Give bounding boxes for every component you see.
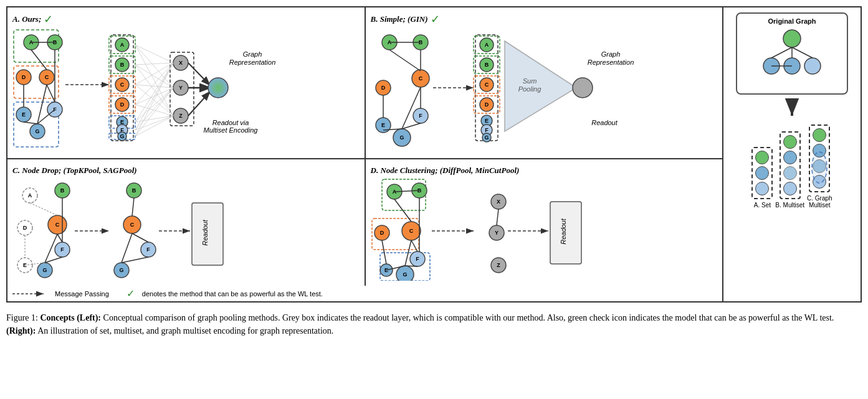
svg-text:Readout via: Readout via bbox=[212, 119, 249, 126]
caption-left-text: Conceptual comparison of graph pooling m… bbox=[103, 313, 834, 322]
svg-line-65 bbox=[135, 63, 173, 105]
svg-text:E: E bbox=[381, 122, 384, 128]
svg-line-67 bbox=[135, 105, 173, 116]
svg-text:C: C bbox=[409, 228, 413, 234]
set-group: A. Set bbox=[751, 147, 773, 209]
caption-right-text: An illustration of set, multiset, and gr… bbox=[37, 326, 333, 336]
panel-c-label: C. Node Drop; (TopKPool, SAGPool) bbox=[12, 166, 137, 175]
svg-text:D: D bbox=[379, 230, 384, 236]
original-graph-svg bbox=[751, 27, 832, 90]
caption-bold-left: Concepts (Left): bbox=[40, 313, 101, 322]
svg-text:D: D bbox=[381, 85, 385, 91]
legend-row: Message Passing ✓ denotes the method tha… bbox=[7, 286, 722, 301]
panel-c-svg: A B C D E F bbox=[12, 178, 299, 281]
svg-line-75 bbox=[135, 88, 173, 136]
svg-text:D: D bbox=[23, 225, 27, 231]
svg-line-214 bbox=[792, 47, 813, 58]
graph-multiset-group: C. GraphMultiset bbox=[807, 124, 832, 209]
svg-line-79 bbox=[188, 91, 211, 116]
svg-text:Representation: Representation bbox=[229, 59, 276, 66]
original-graph-box: Original Graph bbox=[736, 12, 848, 95]
down-arrow-icon bbox=[780, 98, 804, 121]
svg-text:E: E bbox=[484, 118, 488, 124]
svg-line-24 bbox=[24, 122, 37, 124]
svg-line-99 bbox=[389, 50, 421, 71]
svg-text:F: F bbox=[419, 113, 422, 119]
svg-text:Readout: Readout bbox=[560, 218, 567, 245]
svg-line-165 bbox=[122, 233, 132, 263]
figure-num: Figure 1: bbox=[6, 313, 38, 322]
caption-bold-right: (Right): bbox=[6, 326, 36, 336]
svg-text:B: B bbox=[132, 187, 136, 194]
original-graph-title: Original Graph bbox=[768, 17, 816, 25]
svg-text:G: G bbox=[399, 134, 404, 141]
svg-line-64 bbox=[135, 85, 173, 116]
svg-text:D: D bbox=[120, 101, 125, 108]
multiset-group: B. Multiset bbox=[775, 131, 804, 209]
bottom-panels: C. Node Drop; (TopKPool, SAGPool) A B C bbox=[7, 159, 722, 286]
svg-text:G: G bbox=[120, 133, 124, 139]
panel-c: C. Node Drop; (TopKPool, SAGPool) A B C bbox=[7, 159, 366, 286]
svg-text:G: G bbox=[484, 134, 489, 141]
wl-check-icon: ✓ bbox=[126, 288, 135, 299]
svg-text:D: D bbox=[22, 74, 26, 80]
svg-text:F: F bbox=[485, 127, 489, 133]
panel-d-svg: A B C D E F bbox=[371, 178, 645, 281]
svg-text:D: D bbox=[484, 101, 489, 108]
svg-line-148 bbox=[30, 203, 57, 215]
panel-a-svg: A B C D E F bbox=[12, 29, 305, 153]
svg-line-167 bbox=[122, 257, 148, 263]
svg-text:Readout: Readout bbox=[591, 119, 618, 126]
svg-text:E: E bbox=[22, 111, 26, 118]
svg-text:A: A bbox=[28, 192, 32, 199]
svg-line-71 bbox=[135, 63, 173, 130]
panel-a: A. Ours; ✓ bbox=[7, 7, 366, 158]
panel-b-label: B. Simple; (GIN) bbox=[371, 14, 428, 24]
svg-text:C: C bbox=[45, 74, 49, 80]
svg-line-164 bbox=[132, 198, 134, 216]
svg-text:Z: Z bbox=[497, 262, 500, 268]
main-figure: A. Ours; ✓ bbox=[6, 6, 862, 303]
panel-d: D. Node Clustering; (DiffPool, MinCutPoo… bbox=[366, 159, 723, 286]
svg-line-56 bbox=[135, 45, 173, 63]
svg-text:F: F bbox=[416, 256, 419, 262]
message-passing-label: Message Passing bbox=[55, 290, 109, 298]
svg-text:B: B bbox=[60, 187, 65, 194]
svg-line-166 bbox=[132, 233, 148, 242]
svg-text:A: A bbox=[484, 42, 489, 48]
wl-check-label: denotes the method that can be as powerf… bbox=[142, 290, 323, 298]
svg-text:G: G bbox=[42, 267, 47, 273]
svg-point-211 bbox=[804, 58, 821, 74]
svg-text:A: A bbox=[120, 42, 125, 48]
svg-text:C: C bbox=[418, 75, 422, 82]
svg-line-72 bbox=[135, 88, 173, 130]
svg-line-19 bbox=[31, 50, 47, 70]
svg-text:C: C bbox=[484, 82, 489, 88]
svg-text:F: F bbox=[146, 246, 150, 253]
svg-line-151 bbox=[57, 234, 62, 242]
top-panels: A. Ours; ✓ bbox=[7, 7, 722, 159]
panel-b-check: ✓ bbox=[431, 12, 440, 26]
svg-text:G: G bbox=[35, 128, 39, 134]
svg-line-60 bbox=[135, 65, 173, 88]
svg-line-21 bbox=[37, 85, 47, 124]
svg-text:Readout: Readout bbox=[201, 219, 209, 246]
svg-line-154 bbox=[45, 257, 62, 263]
left-panels: A. Ours; ✓ bbox=[7, 7, 723, 301]
panel-b: B. Simple; (GIN) ✓ A B C D bbox=[366, 7, 723, 158]
svg-text:C: C bbox=[120, 82, 125, 88]
panel-d-label: D. Node Clustering; (DiffPool, MinCutPoo… bbox=[371, 166, 520, 175]
svg-point-208 bbox=[783, 30, 801, 47]
svg-text:G: G bbox=[119, 267, 123, 273]
multiset-label: B. Multiset bbox=[775, 202, 804, 209]
svg-text:B: B bbox=[120, 62, 125, 68]
svg-text:Sum: Sum bbox=[522, 77, 537, 85]
panel-a-label: A. Ours; bbox=[12, 14, 41, 24]
svg-line-105 bbox=[402, 123, 421, 129]
svg-text:Graph: Graph bbox=[601, 50, 620, 58]
message-passing-icon bbox=[12, 289, 50, 299]
svg-line-73 bbox=[135, 116, 173, 130]
svg-point-80 bbox=[208, 78, 228, 98]
svg-text:B: B bbox=[484, 62, 489, 68]
set-label: A. Set bbox=[754, 202, 771, 209]
